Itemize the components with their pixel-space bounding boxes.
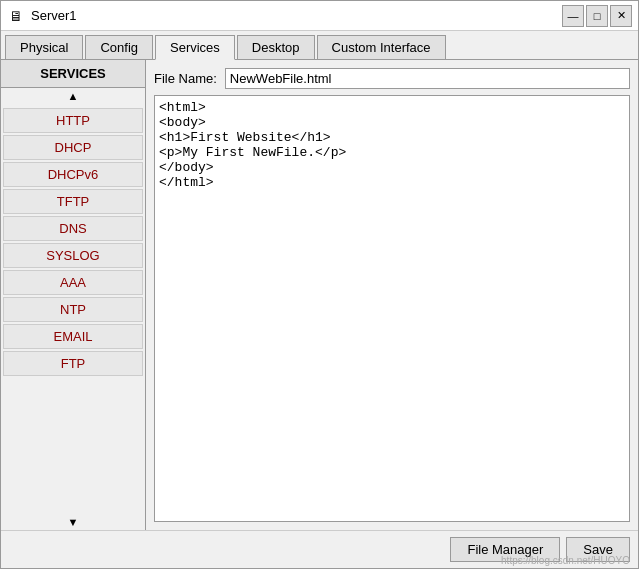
tab-services[interactable]: Services bbox=[155, 35, 235, 60]
title-bar: 🖥 Server1 — □ ✕ bbox=[1, 1, 638, 31]
watermark: https://blog.csdn.net/HUOYO bbox=[501, 555, 630, 566]
tab-custom-interface[interactable]: Custom Interface bbox=[317, 35, 446, 59]
tab-desktop[interactable]: Desktop bbox=[237, 35, 315, 59]
editor-area[interactable] bbox=[154, 95, 630, 522]
main-content: SERVICES ▲ HTTP DHCP DHCPv6 TFTP DNS SYS… bbox=[1, 60, 638, 530]
window-icon: 🖥 bbox=[7, 7, 25, 25]
sidebar-header: SERVICES bbox=[1, 60, 145, 88]
sidebar-item-dhcpv6[interactable]: DHCPv6 bbox=[3, 162, 143, 187]
minimize-button[interactable]: — bbox=[562, 5, 584, 27]
window-title: Server1 bbox=[31, 8, 562, 23]
content-area: File Name: bbox=[146, 60, 638, 530]
sidebar: SERVICES ▲ HTTP DHCP DHCPv6 TFTP DNS SYS… bbox=[1, 60, 146, 530]
scroll-up-button[interactable]: ▲ bbox=[1, 88, 145, 104]
sidebar-item-dhcp[interactable]: DHCP bbox=[3, 135, 143, 160]
close-button[interactable]: ✕ bbox=[610, 5, 632, 27]
window: 🖥 Server1 — □ ✕ Physical Config Services… bbox=[0, 0, 639, 569]
filename-label: File Name: bbox=[154, 71, 217, 86]
tab-bar: Physical Config Services Desktop Custom … bbox=[1, 31, 638, 60]
sidebar-item-ntp[interactable]: NTP bbox=[3, 297, 143, 322]
sidebar-item-email[interactable]: EMAIL bbox=[3, 324, 143, 349]
tab-physical[interactable]: Physical bbox=[5, 35, 83, 59]
filename-input[interactable] bbox=[225, 68, 630, 89]
maximize-button[interactable]: □ bbox=[586, 5, 608, 27]
bottom-bar: File Manager Save https://blog.csdn.net/… bbox=[1, 530, 638, 568]
filename-row: File Name: bbox=[154, 68, 630, 89]
sidebar-item-dns[interactable]: DNS bbox=[3, 216, 143, 241]
sidebar-list: HTTP DHCP DHCPv6 TFTP DNS SYSLOG AAA NTP… bbox=[1, 104, 145, 514]
sidebar-item-aaa[interactable]: AAA bbox=[3, 270, 143, 295]
sidebar-item-http[interactable]: HTTP bbox=[3, 108, 143, 133]
tab-config[interactable]: Config bbox=[85, 35, 153, 59]
title-bar-controls: — □ ✕ bbox=[562, 5, 632, 27]
scroll-down-button[interactable]: ▼ bbox=[1, 514, 145, 530]
sidebar-item-ftp[interactable]: FTP bbox=[3, 351, 143, 376]
sidebar-item-syslog[interactable]: SYSLOG bbox=[3, 243, 143, 268]
sidebar-item-tftp[interactable]: TFTP bbox=[3, 189, 143, 214]
